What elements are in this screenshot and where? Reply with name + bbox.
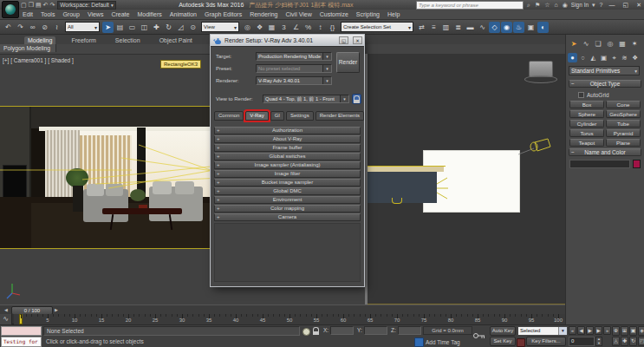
schematic-view-icon[interactable]: ◇ <box>489 22 500 33</box>
zoom-extents-all-button[interactable]: ◈ <box>638 326 644 336</box>
frame-ruler[interactable]: 5101520253035404550556065707580859095100 <box>14 314 565 324</box>
redo-icon[interactable]: ↷ <box>15 22 26 33</box>
mirror-icon[interactable]: ⇄ <box>416 22 427 33</box>
menu-graph-editors[interactable]: Graph Editors <box>205 11 242 17</box>
menu-animation[interactable]: Animation <box>170 11 197 17</box>
viewport-splitter[interactable] <box>365 54 368 304</box>
flag-icon[interactable]: ⚑ <box>534 2 541 9</box>
workspace-dropdown[interactable]: Workspace: Default ▾ <box>57 1 115 10</box>
save-file-icon[interactable]: ▤ <box>36 1 42 9</box>
render-setup-tab-common[interactable]: Common <box>214 111 244 121</box>
render-setup-tab-render-elements[interactable]: Render Elements <box>315 111 364 121</box>
lights-category[interactable]: ◭ <box>589 53 598 62</box>
select-and-place-icon[interactable]: ⊙ <box>187 22 198 33</box>
render-setup-tab-v-ray[interactable]: V-Ray <box>245 111 268 121</box>
rollout-frame-buffer[interactable]: +Frame buffer <box>214 144 361 152</box>
named-selection-sets-dropdown[interactable]: Create Selection Set▾ <box>341 22 413 32</box>
primitive-button-tube[interactable]: Tube <box>606 120 641 128</box>
object-name-input[interactable] <box>569 160 630 168</box>
create-tab[interactable]: ➤ <box>569 39 579 49</box>
time-slider-bar[interactable]: ◀ 0 / 100 ▶ <box>0 304 565 314</box>
primitive-button-geosphere[interactable]: GeoSphere <box>606 110 641 118</box>
view-to-render-dropdown[interactable]: Quad 4 - Top, 前 1, 前 1 - Front ▾ <box>263 95 349 103</box>
sign-in-button[interactable]: Sign In <box>571 2 589 8</box>
primitive-button-cylinder[interactable]: Cylinder <box>569 120 604 128</box>
search-icon[interactable]: ⌕ <box>526 2 531 9</box>
user-icon[interactable]: ◉ <box>562 2 569 9</box>
pan-button[interactable]: ✚ <box>621 337 628 346</box>
redo-scene-icon[interactable]: ↷ <box>49 1 55 9</box>
menu-tools[interactable]: Tools <box>41 11 55 17</box>
angle-snap-toggle-icon[interactable]: ∠ <box>290 22 302 33</box>
use-pivot-point-center-icon[interactable]: ◎ <box>242 22 253 33</box>
close-button[interactable]: ✕ <box>634 2 644 9</box>
utilities-tab[interactable]: ✶ <box>629 39 640 49</box>
ribbon-tab-modeling[interactable]: Modeling <box>24 36 55 44</box>
align-icon[interactable]: ≡ <box>428 22 439 33</box>
select-and-move-icon[interactable]: ✚ <box>151 22 162 33</box>
selection-filter-dropdown[interactable]: All▾ <box>65 22 100 32</box>
dialog-restore-button[interactable]: ◱ <box>339 36 348 44</box>
shapes-category[interactable]: ○ <box>578 53 588 62</box>
key-selection-set-dropdown[interactable]: Selected ▾ <box>517 326 568 336</box>
target-dropdown[interactable]: Production Rendering Mode ▾ <box>256 52 332 61</box>
preset-dropdown[interactable]: No preset selected ▾ <box>256 64 332 73</box>
primitive-button-box[interactable]: Box <box>569 101 604 108</box>
primitive-category-dropdown[interactable]: Standard Primitives ▾ <box>569 66 640 75</box>
rollout-environment[interactable]: +Environment <box>214 196 361 204</box>
menu-modifiers[interactable]: Modifiers <box>137 11 161 17</box>
render-setup-tab-settings[interactable]: Settings <box>286 111 314 121</box>
rollout-about-v-ray[interactable]: +About V-Ray <box>214 135 361 143</box>
previous-frame-button[interactable]: ◀ <box>577 326 585 335</box>
app-logo-button[interactable] <box>2 1 19 18</box>
rollout-global-switches[interactable]: +Global switches <box>214 153 361 160</box>
menu-scripting[interactable]: Scripting <box>356 11 380 17</box>
reference-coordinate-system-dropdown[interactable]: View▾ <box>201 22 239 32</box>
auto-key-button[interactable]: Auto Key <box>490 326 516 336</box>
window-crossing-toggle-icon[interactable]: ◫ <box>139 22 150 33</box>
rectangular-selection-region-icon[interactable]: ▭ <box>127 22 138 33</box>
mini-curve-editor-button[interactable]: ∿ <box>0 314 12 324</box>
cameras-category[interactable]: ▣ <box>599 53 608 62</box>
sign-in-caret-icon[interactable]: ▾ <box>591 2 596 9</box>
top-viewport[interactable] <box>368 54 565 304</box>
primitive-button-torus[interactable]: Torus <box>569 129 604 137</box>
open-file-icon[interactable]: ❒ <box>29 1 34 9</box>
tv-screen[interactable] <box>3 165 27 201</box>
toggle-scene-explorer-icon[interactable]: ▥ <box>440 22 452 33</box>
select-and-link-icon[interactable]: ∞ <box>27 22 38 33</box>
primitive-button-pyramid[interactable]: Pyramid <box>606 129 641 137</box>
primitive-button-cone[interactable]: Cone <box>606 101 641 108</box>
undo-icon[interactable]: ↶ <box>3 22 14 33</box>
primitive-button-sphere[interactable]: Sphere <box>569 110 604 118</box>
toggle-ribbon-icon[interactable]: ▬ <box>465 22 476 33</box>
edit-named-selection-sets-icon[interactable]: {} <box>327 22 338 33</box>
spinner-snap-toggle-icon[interactable]: ↕ <box>315 22 326 33</box>
motion-tab[interactable]: ◎ <box>605 39 615 49</box>
frame-spinner[interactable]: ▲▼ <box>595 337 602 346</box>
bind-to-space-warp-icon[interactable]: ≀ <box>51 22 62 33</box>
viewport-lock-toggle[interactable] <box>352 94 361 104</box>
unlink-selection-icon[interactable]: ⊘ <box>39 22 50 33</box>
rollout-color-mapping[interactable]: +Color mapping <box>214 205 361 213</box>
rollout-global-dmc[interactable]: +Global DMC <box>214 187 361 195</box>
menu-views[interactable]: Views <box>88 11 104 17</box>
display-tab[interactable]: ▦ <box>617 39 628 49</box>
menu-group[interactable]: Group <box>62 11 79 17</box>
rollout-camera[interactable]: +Camera <box>214 213 361 221</box>
x-coordinate-field[interactable] <box>330 326 354 335</box>
zoom-button[interactable]: ⊕ <box>612 326 620 336</box>
primitive-button-plane[interactable]: Plane <box>606 139 641 147</box>
previous-frame-arrow[interactable]: ◀ <box>3 306 10 314</box>
render-button[interactable]: Render <box>336 52 360 73</box>
play-button[interactable]: ▶ <box>586 326 594 335</box>
curve-editor-icon[interactable]: ∿ <box>477 22 488 33</box>
zoom-all-button[interactable]: ⊞ <box>621 326 628 336</box>
maxscript-mini-listener-input[interactable] <box>1 326 42 336</box>
autogrid-checkbox[interactable] <box>578 92 584 98</box>
minimize-button[interactable]: — <box>607 2 618 8</box>
restore-button[interactable]: ◱ <box>621 2 632 9</box>
select-by-name-icon[interactable]: ▤ <box>114 22 126 33</box>
zoom-extents-button[interactable]: ▣ <box>629 326 637 336</box>
isolate-selection-toggle[interactable] <box>302 328 310 336</box>
